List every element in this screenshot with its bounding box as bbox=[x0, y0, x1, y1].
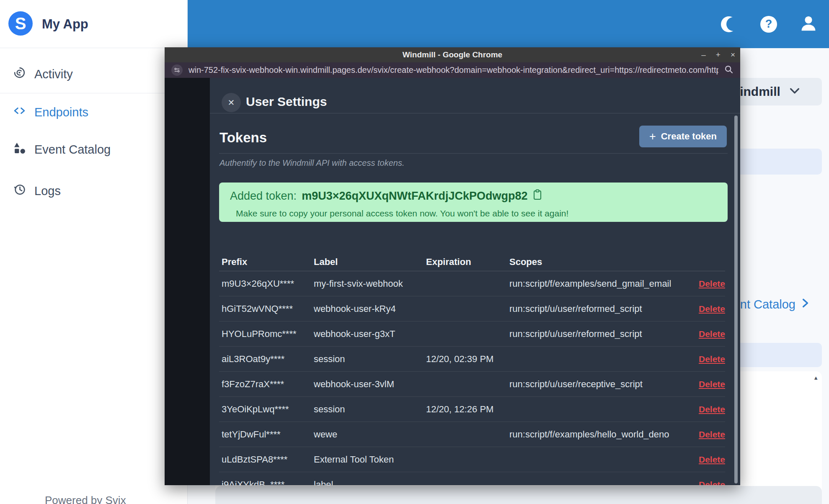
delete-link[interactable]: Delete bbox=[699, 279, 725, 289]
token-scopes: run:script/u/user/reformed_script bbox=[509, 329, 642, 339]
activity-icon bbox=[13, 66, 26, 82]
address-bar[interactable]: win-752-fix-svix-webhook-win.windmill.pa… bbox=[165, 62, 740, 78]
column-header: Label bbox=[314, 257, 338, 267]
table-row: aiL3ROat9y****session12/20, 02:39 PMDele… bbox=[219, 347, 725, 372]
token-scopes: run:script/u/user/receptive_script bbox=[509, 379, 643, 390]
drawer-scrollbar[interactable] bbox=[734, 116, 738, 483]
token-value: m9U3×26qXUXqNWtFAKrdjJCkPOdwgp82 bbox=[302, 190, 527, 203]
delete-link[interactable]: Delete bbox=[699, 329, 725, 339]
delete-link[interactable]: Delete bbox=[699, 304, 725, 314]
create-token-button[interactable]: + Create token bbox=[639, 126, 727, 147]
drawer-title: User Settings bbox=[246, 95, 327, 109]
token-prefix: 3YeOiKpLwq**** bbox=[222, 404, 289, 415]
delete-link[interactable]: Delete bbox=[699, 455, 725, 465]
tokens-subtitle: Authentify to the Windmill API with acce… bbox=[220, 158, 405, 168]
token-prefix: HYOLuPRomc**** bbox=[222, 329, 297, 339]
token-prefix: uLdBztSPA8**** bbox=[222, 454, 287, 465]
token-label: session bbox=[314, 354, 345, 365]
table-row: i9AjXYkdB_****labelDelete bbox=[219, 472, 725, 485]
scrollbar-up-arrow[interactable]: ▲ bbox=[813, 375, 819, 381]
token-label: webhook-user-3vlM bbox=[314, 379, 394, 390]
maximize-button[interactable]: + bbox=[716, 50, 721, 59]
table-row: tetYjDwFul****wewerun:script/f/examples/… bbox=[219, 422, 725, 447]
close-icon[interactable]: ✕ bbox=[222, 93, 241, 112]
svix-logo[interactable]: S bbox=[8, 11, 33, 36]
column-header: Expiration bbox=[426, 257, 471, 267]
sidebar-divider bbox=[0, 93, 187, 93]
added-token-text: Added token: bbox=[230, 190, 297, 203]
delete-link[interactable]: Delete bbox=[699, 354, 725, 364]
tokens-heading: Tokens bbox=[220, 130, 267, 146]
sidebar-item-endpoints[interactable]: Endpoints bbox=[0, 100, 187, 125]
brand: S My App bbox=[0, 0, 187, 48]
column-header: Scopes bbox=[509, 257, 542, 267]
token-prefix: hGiT52wVNQ**** bbox=[222, 303, 293, 314]
table-row: uLdBztSPA8****External Tool TokenDelete bbox=[219, 447, 725, 472]
sidebar-item-logs[interactable]: Logs bbox=[0, 178, 187, 203]
token-prefix: m9U3×26qXU**** bbox=[222, 278, 294, 289]
table-row: HYOLuPRomc****webhook-user-g3xTrun:scrip… bbox=[219, 321, 725, 347]
chrome-window: Windmill - Google Chrome – + × win-752-f… bbox=[165, 47, 740, 485]
column-header: Prefix bbox=[222, 257, 247, 267]
sidebar-item-event-catalog[interactable]: Event Catalog bbox=[0, 137, 187, 162]
shapes-icon bbox=[13, 141, 26, 157]
token-scopes: run:script/f/examples/hello_world_deno bbox=[509, 429, 669, 440]
url-text[interactable]: win-752-fix-svix-webhook-win.windmill.pa… bbox=[189, 65, 718, 75]
divider bbox=[219, 153, 728, 154]
token-prefix: tetYjDwFul**** bbox=[222, 429, 281, 440]
app-name: My App bbox=[42, 0, 88, 48]
table-row: 3YeOiKpLwq****session12/20, 12:26 PMDele… bbox=[219, 397, 725, 422]
added-token-banner: Added token: m9U3×26qXUXqNWtFAKrdjJCkPOd… bbox=[219, 183, 728, 222]
delete-link[interactable]: Delete bbox=[699, 379, 725, 389]
token-label: my-first-svix-webhook bbox=[314, 278, 403, 289]
banner-note: Make sure to copy your personal access t… bbox=[236, 208, 568, 219]
chevron-down-icon bbox=[789, 85, 801, 98]
sidebar: S My App Activity Endpoints bbox=[0, 0, 188, 504]
window-titlebar[interactable]: Windmill - Google Chrome – + × bbox=[165, 47, 740, 62]
browser-page: ✕ User Settings Tokens + Create token Au… bbox=[165, 78, 740, 485]
user-settings-drawer: ✕ User Settings Tokens + Create token Au… bbox=[210, 78, 740, 485]
minimize-button[interactable]: – bbox=[701, 50, 706, 59]
token-label: webhook-user-kRy4 bbox=[314, 303, 396, 314]
token-prefix: i9AjXYkdB_**** bbox=[222, 479, 284, 486]
history-icon bbox=[13, 183, 26, 199]
user-icon[interactable] bbox=[799, 14, 818, 35]
search-icon[interactable] bbox=[724, 65, 733, 76]
token-table: PrefixLabelExpirationScopes m9U3×26qXU**… bbox=[219, 253, 725, 485]
token-label: External Tool Token bbox=[314, 454, 394, 465]
background-gray-panel bbox=[215, 486, 822, 504]
token-expiration: 12/20, 02:39 PM bbox=[426, 354, 493, 365]
token-label: webhook-user-g3xT bbox=[314, 329, 395, 339]
divider bbox=[210, 113, 740, 113]
table-row: hGiT52wVNQ****webhook-user-kRy4run:scrip… bbox=[219, 296, 725, 321]
modal-backdrop[interactable] bbox=[165, 78, 210, 485]
token-label: label bbox=[314, 479, 333, 486]
token-label: session bbox=[314, 404, 345, 415]
powered-by-svix: Powered by Svix bbox=[45, 494, 126, 504]
token-table-rows: m9U3×26qXU****my-first-svix-webhookrun:s… bbox=[219, 271, 725, 485]
code-brackets-icon bbox=[13, 104, 26, 120]
sidebar-item-activity[interactable]: Activity bbox=[0, 62, 187, 87]
window-title: Windmill - Google Chrome bbox=[403, 50, 502, 59]
token-label: wewe bbox=[314, 429, 337, 440]
table-header-row: PrefixLabelExpirationScopes bbox=[219, 253, 725, 271]
site-settings-icon[interactable] bbox=[171, 64, 183, 76]
plus-icon: + bbox=[649, 130, 656, 143]
moon-icon[interactable] bbox=[720, 15, 739, 33]
screen: ? Windmill Event Catalog ▲ S bbox=[0, 0, 829, 504]
token-scopes: run:script/u/user/reformed_script bbox=[509, 303, 642, 314]
chevron-right-icon bbox=[800, 298, 811, 311]
table-row: m9U3×26qXU****my-first-svix-webhookrun:s… bbox=[219, 271, 725, 296]
token-expiration: 12/20, 12:26 PM bbox=[426, 404, 493, 415]
table-row: f3FzoZ7raX****webhook-user-3vlMrun:scrip… bbox=[219, 372, 725, 397]
app-top-header: ? bbox=[188, 0, 829, 48]
copy-icon[interactable] bbox=[533, 189, 542, 203]
token-scopes: run:script/f/examples/send_gmail_email bbox=[509, 278, 671, 289]
delete-link[interactable]: Delete bbox=[699, 429, 725, 440]
token-prefix: aiL3ROat9y**** bbox=[222, 354, 284, 365]
delete-link[interactable]: Delete bbox=[699, 404, 725, 414]
delete-link[interactable]: Delete bbox=[699, 480, 725, 486]
help-icon[interactable]: ? bbox=[760, 16, 777, 33]
token-prefix: f3FzoZ7raX**** bbox=[222, 379, 284, 390]
close-window-button[interactable]: × bbox=[731, 50, 735, 59]
